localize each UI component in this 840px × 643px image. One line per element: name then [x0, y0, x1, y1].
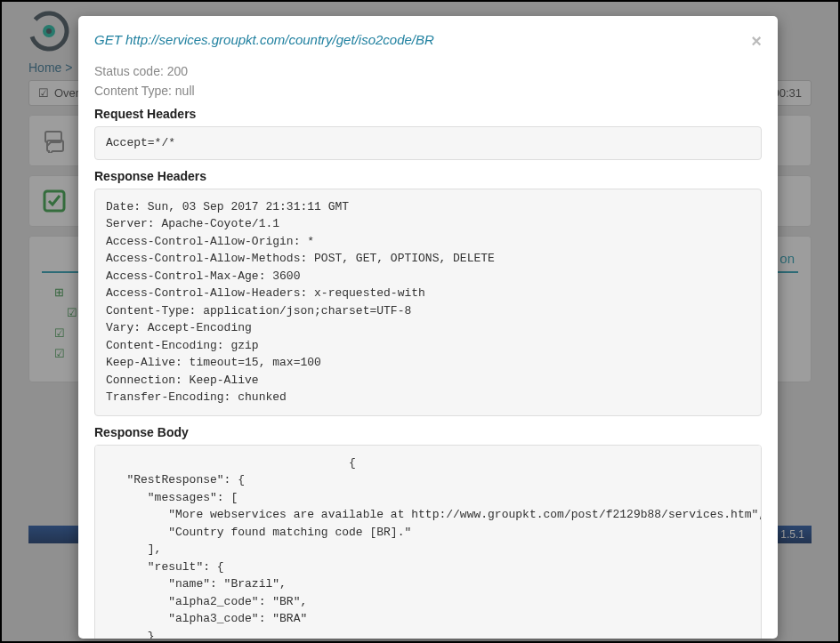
close-button[interactable]: ×: [751, 32, 762, 50]
status-code: 200: [167, 64, 188, 78]
content-type-value: null: [175, 84, 195, 98]
response-headers-box: Date: Sun, 03 Sep 2017 21:31:11 GMT Serv…: [94, 189, 762, 416]
response-headers-label: Response Headers: [94, 169, 762, 183]
response-body-box: { "RestResponse": { "messages": [ "More …: [94, 445, 762, 639]
response-body-label: Response Body: [94, 425, 762, 439]
http-response-modal: GET http://services.groupkt.com/country/…: [78, 16, 778, 639]
request-headers-box: Accept=*/*: [94, 126, 762, 160]
content-type-label: Content Type:: [94, 84, 172, 98]
modal-title: GET http://services.groupkt.com/country/…: [94, 32, 434, 47]
request-headers-label: Request Headers: [94, 107, 762, 121]
content-type-line: Content Type: null: [94, 84, 762, 98]
close-icon: ×: [751, 31, 762, 51]
status-line: Status code: 200: [94, 64, 762, 78]
http-method: GET: [94, 32, 122, 47]
status-label: Status code:: [94, 64, 164, 78]
http-url: http://services.groupkt.com/country/get/…: [125, 32, 434, 47]
